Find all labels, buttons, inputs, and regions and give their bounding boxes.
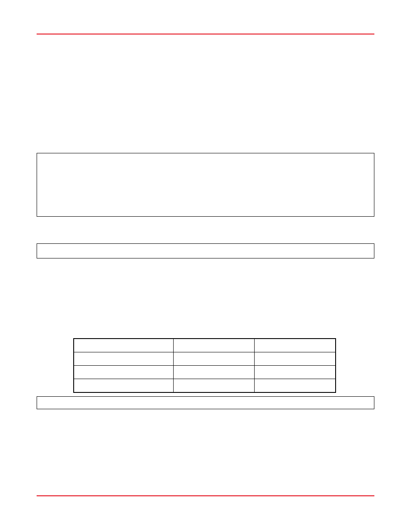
table-cell — [173, 366, 254, 379]
table-cell — [255, 352, 336, 366]
bottom-rule — [37, 495, 374, 496]
box-2 — [37, 243, 374, 258]
table-cell — [173, 379, 254, 393]
table-cell — [173, 352, 254, 366]
table-wrap — [73, 338, 336, 393]
box-3 — [37, 396, 374, 409]
table-header-cell — [173, 339, 254, 352]
table-cell — [255, 366, 336, 379]
page — [0, 0, 411, 532]
table-cell — [255, 379, 336, 393]
table-header-cell — [74, 339, 173, 352]
table-cell — [74, 379, 173, 393]
data-table — [73, 338, 336, 393]
box-1 — [37, 153, 374, 217]
table-header-row — [74, 339, 336, 352]
table-row — [74, 352, 336, 366]
table-cell — [74, 366, 173, 379]
table-cell — [74, 352, 173, 366]
top-rule — [37, 34, 374, 34]
table-row — [74, 366, 336, 379]
table-row — [74, 379, 336, 393]
table-header-cell — [255, 339, 336, 352]
